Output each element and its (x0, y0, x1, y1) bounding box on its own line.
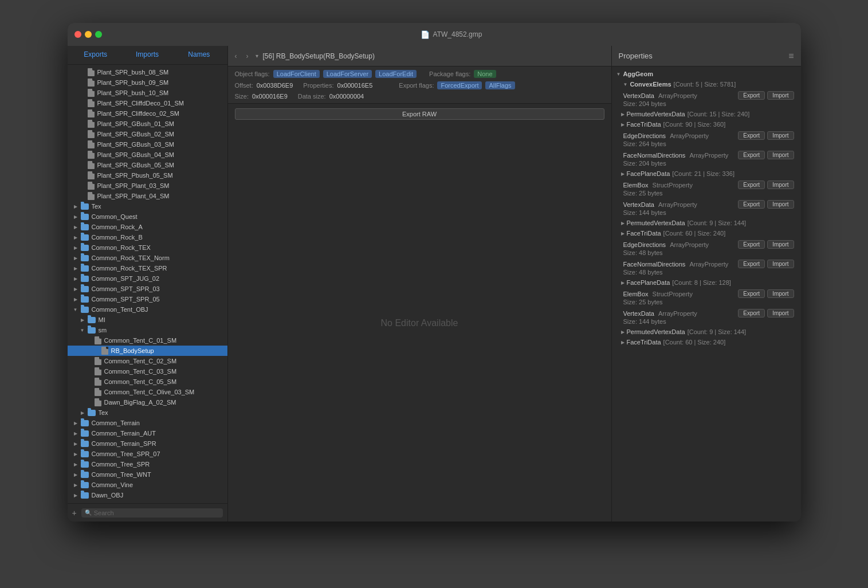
sidebar-item-common-tree-wnt[interactable]: Common_Tree_WNT (68, 469, 227, 480)
import-button[interactable]: Import (767, 200, 794, 209)
sidebar-item-common-spt-spr03[interactable]: Common_SPT_SPR_03 (68, 284, 227, 294)
list-item[interactable]: Common_Tent_C_05_SM (68, 377, 227, 387)
list-item[interactable]: Dawn_BigFlag_A_02_SM (68, 397, 227, 407)
sidebar-item-common-vine[interactable]: Common_Vine (68, 480, 227, 490)
import-button[interactable]: Import (767, 240, 794, 249)
list-item[interactable]: Common_Tent_C_Olive_03_SM (68, 387, 227, 397)
item-label: Plant_SPR_GBush_01_SM (97, 120, 175, 127)
sidebar-item-common-rock-b[interactable]: Common_Rock_B (68, 232, 227, 242)
list-item[interactable]: Plant_SPR_GBush_01_SM (68, 119, 227, 129)
flag-badge-loadforserver[interactable]: LoadForServer (323, 70, 372, 78)
export-button[interactable]: Export (738, 240, 765, 249)
properties-content[interactable]: ▼ AggGeom ▼ ConvexElems [Count: 5 | Size… (612, 66, 801, 522)
prop-face-plane-1[interactable]: ▶ FacePlaneData [Count: 21 | Size: 336] (612, 168, 801, 179)
export-button[interactable]: Export (738, 181, 765, 189)
list-item[interactable]: Plant_SPR_GBush_05_SM (68, 160, 227, 170)
item-label: Common_Tree_WNT (92, 471, 151, 478)
sidebar-tabs: Exports Imports Names (68, 46, 227, 65)
list-item[interactable]: Plant_SPR_CliffdDeco_01_SM (68, 98, 227, 108)
folder-icon (81, 420, 89, 426)
import-button[interactable]: Import (767, 181, 794, 189)
list-item[interactable]: Common_Tent_C_03_SM (68, 366, 227, 377)
export-button[interactable]: Export (738, 289, 765, 298)
prop-face-tri-1[interactable]: ▶ FaceTriData [Count: 90 | Size: 360] (612, 119, 801, 130)
sidebar-item-common-terrain[interactable]: Common_Terrain (68, 418, 227, 428)
sidebar-item-common-tent-obj[interactable]: Common_Tent_OBJ (68, 304, 227, 315)
list-item[interactable]: Plant_SPR_GBush_04_SM (68, 150, 227, 160)
list-item[interactable]: Plant_SPR_GBush_03_SM (68, 139, 227, 150)
import-button[interactable]: Import (767, 91, 794, 100)
export-button[interactable]: Export (738, 151, 765, 159)
list-item[interactable]: Plant_SPR_Plant_03_SM (68, 181, 227, 191)
center-toolbar: ‹ › ▾ [56] RB_BodySetup(RB_BodySetup) (228, 46, 611, 66)
list-item[interactable]: Plant_SPR_bush_08_SM (68, 67, 227, 77)
list-item[interactable]: Plant_SPR_bush_09_SM (68, 77, 227, 88)
list-item[interactable]: Plant_SPR_Pbush_05_SM (68, 170, 227, 181)
export-button[interactable]: Export (738, 309, 765, 317)
sidebar-item-common-quest[interactable]: Common_Quest (68, 211, 227, 222)
tab-exports[interactable]: Exports (70, 46, 121, 64)
search-input[interactable] (94, 509, 219, 516)
prop-root-agggeom[interactable]: ▼ AggGeom (612, 69, 801, 79)
list-item[interactable]: Common_Tent_C_02_SM (68, 356, 227, 366)
sidebar-item-common-tree-spr07[interactable]: Common_Tree_SPR_07 (68, 449, 227, 459)
add-item-button[interactable]: + (72, 508, 77, 518)
export-button[interactable]: Export (738, 91, 765, 100)
prop-face-tri-2[interactable]: ▶ FaceTriData [Count: 60 | Size: 240] (612, 228, 801, 238)
sidebar-item-common-rock-tex-spr[interactable]: Common_Rock_TEX_SPR (68, 263, 227, 273)
list-item[interactable]: Plant_SPR_Cliffdeco_02_SM (68, 108, 227, 119)
flag-badge-loadforclient[interactable]: LoadForClient (273, 70, 320, 78)
sidebar-item-common-terrain-aut[interactable]: Common_Terrain_AUT (68, 428, 227, 438)
chevron-right-icon (72, 254, 79, 261)
sidebar-item-common-tree-spr[interactable]: Common_Tree_SPR (68, 459, 227, 469)
sidebar-item-rb-bodysetup[interactable]: RB_BodySetup (68, 346, 227, 356)
import-button[interactable]: Import (767, 131, 794, 140)
sidebar-item-common-rock-a[interactable]: Common_Rock_A (68, 222, 227, 232)
import-button[interactable]: Import (767, 260, 794, 268)
chevron-right-icon (72, 265, 79, 272)
back-button[interactable]: ‹ (233, 51, 239, 61)
sidebar-item-tex1[interactable]: Tex (68, 201, 227, 211)
prop-section-convexelems[interactable]: ▼ ConvexElems [Count: 5 | Size: 5781] (612, 79, 801, 89)
sidebar-item-common-rock-tex-norm[interactable]: Common_Rock_TEX_Norm (68, 253, 227, 263)
import-button[interactable]: Import (767, 289, 794, 298)
properties-menu-button[interactable]: ≡ (788, 51, 794, 61)
prop-type: ArrayProperty (658, 92, 697, 99)
flag-badge-none[interactable]: None (474, 70, 496, 78)
sidebar-item-common-spt-jug[interactable]: Common_SPT_JUG_02 (68, 273, 227, 284)
tab-imports[interactable]: Imports (121, 46, 173, 64)
maximize-button[interactable] (95, 31, 102, 38)
import-button[interactable]: Import (767, 309, 794, 317)
sidebar-item-common-spt-spr05[interactable]: Common_SPT_SPR_05 (68, 294, 227, 304)
import-button[interactable]: Import (767, 151, 794, 159)
sidebar-item-sm[interactable]: sm (68, 325, 227, 335)
close-button[interactable] (74, 31, 81, 38)
tab-names[interactable]: Names (173, 46, 225, 64)
export-raw-button[interactable]: Export RAW (235, 108, 604, 120)
list-item[interactable]: Common_Tent_C_01_SM (68, 335, 227, 346)
export-button[interactable]: Export (738, 131, 765, 140)
window-title: ATW_4852.gmp (433, 30, 482, 38)
prop-face-tri-3[interactable]: ▶ FaceTriData [Count: 60 | Size: 240] (612, 337, 801, 347)
sidebar-item-mi[interactable]: MI (68, 315, 227, 325)
forward-button[interactable]: › (244, 51, 251, 61)
flag-badge-allflags[interactable]: AllFlags (485, 81, 514, 89)
prop-permuted-vertex-3[interactable]: ▶ PermutedVertexData [Count: 9 | Size: 1… (612, 327, 801, 337)
sidebar-item-common-rock-tex[interactable]: Common_Rock_TEX (68, 242, 227, 253)
sidebar-item-tex2[interactable]: Tex (68, 407, 227, 418)
minimize-button[interactable] (85, 31, 92, 38)
sidebar-item-common-terrain-spr[interactable]: Common_Terrain_SPR (68, 438, 227, 449)
flag-badge-forcedexport[interactable]: ForcedExport (437, 81, 482, 89)
list-item[interactable]: Plant_SPR_Plant_04_SM (68, 191, 227, 201)
chevron-right-icon: ▶ (621, 340, 625, 345)
export-button[interactable]: Export (738, 200, 765, 209)
sidebar-tree[interactable]: Plant_SPR_bush_08_SM Plant_SPR_bush_09_S… (68, 65, 227, 503)
prop-permuted-vertex-2[interactable]: ▶ PermutedVertexData [Count: 9 | Size: 1… (612, 218, 801, 228)
prop-face-plane-2[interactable]: ▶ FacePlaneData [Count: 8 | Size: 128] (612, 277, 801, 288)
flag-badge-loadforedit[interactable]: LoadForEdit (375, 70, 417, 78)
prop-permuted-vertex-1[interactable]: ▶ PermutedVertexData [Count: 15 | Size: … (612, 109, 801, 119)
sidebar-item-dawn-obj[interactable]: Dawn_OBJ (68, 490, 227, 500)
list-item[interactable]: Plant_SPR_GBush_02_SM (68, 129, 227, 139)
export-button[interactable]: Export (738, 260, 765, 268)
list-item[interactable]: Plant_SPR_bush_10_SM (68, 88, 227, 98)
